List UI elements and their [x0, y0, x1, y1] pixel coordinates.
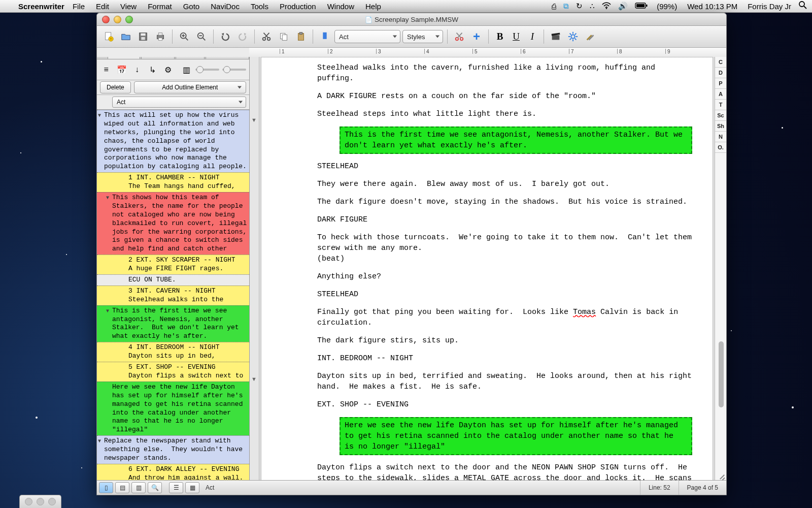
- zoom-out-icon[interactable]: [194, 29, 209, 44]
- add-outline-element-button[interactable]: Add Outline Element: [134, 81, 246, 93]
- menu-navidoc[interactable]: NaviDoc: [211, 2, 240, 11]
- add-note-icon[interactable]: +: [469, 29, 484, 44]
- menu-file[interactable]: File: [73, 2, 85, 11]
- outline-item[interactable]: 5 EXT. SHOP -- EVENING Dayton flips a sw…: [97, 362, 249, 382]
- zoom-button[interactable]: [125, 16, 133, 23]
- outline-item[interactable]: ▼This shows how this team of Stalkers, t…: [97, 192, 249, 255]
- slate-icon[interactable]: [548, 29, 563, 44]
- vertical-scrollbar[interactable]: [717, 128, 726, 470]
- strip-sc[interactable]: Sc: [715, 110, 726, 121]
- script-note[interactable]: Here we see the new life Dayton has set …: [340, 417, 692, 455]
- gear-icon[interactable]: [565, 29, 581, 44]
- bg-minimize-button[interactable]: [37, 498, 44, 505]
- save-icon[interactable]: [136, 29, 151, 44]
- background-window-lights[interactable]: [19, 495, 61, 508]
- view-mode-5[interactable]: ☰: [169, 482, 183, 493]
- strip-a[interactable]: A: [715, 89, 726, 100]
- view-mode-1[interactable]: ▯: [99, 482, 113, 493]
- cut-icon[interactable]: [259, 29, 274, 44]
- print-icon[interactable]: [153, 29, 168, 44]
- wifi-icon[interactable]: [602, 2, 611, 11]
- disclosure-triangle-icon[interactable]: ▼: [98, 112, 101, 119]
- outline-level-select[interactable]: Act: [112, 97, 246, 108]
- outline-calendar-icon[interactable]: 📅: [115, 63, 127, 76]
- strip-d[interactable]: D: [715, 68, 726, 78]
- open-icon[interactable]: [118, 29, 133, 44]
- resize-corner-icon[interactable]: [718, 472, 725, 480]
- paste-icon[interactable]: [293, 29, 309, 44]
- script-page[interactable]: Steelhead walks into the cavern, furnish…: [261, 57, 713, 481]
- view-mode-6[interactable]: ▦: [185, 482, 199, 493]
- user-menu[interactable]: Forris Day Jr: [748, 2, 791, 11]
- menu-goto[interactable]: Goto: [183, 2, 200, 11]
- styles-select[interactable]: Styles: [402, 30, 443, 43]
- battery-icon[interactable]: [635, 2, 648, 11]
- clock[interactable]: Wed 10:13 PM: [687, 2, 737, 11]
- outline-item[interactable]: Here we see the new life Dayton has set …: [97, 382, 249, 435]
- bg-close-button[interactable]: [25, 498, 32, 505]
- bold-button[interactable]: B: [493, 30, 507, 43]
- outline-slider-2[interactable]: [222, 69, 246, 71]
- outline-gear-icon[interactable]: ⚙: [162, 63, 174, 76]
- tab-scenes[interactable]: Scenes: [141, 57, 175, 59]
- underline-button[interactable]: U: [509, 30, 523, 43]
- bookmark-icon[interactable]: [317, 29, 332, 44]
- outline-item[interactable]: 3 INT. CAVERN -- NIGHT Steelhead walks i…: [97, 285, 249, 305]
- outline-indent-icon[interactable]: ≡: [100, 63, 112, 76]
- menu-production[interactable]: Production: [280, 2, 316, 11]
- outline-list[interactable]: ▼This act will set up how the virus wipe…: [97, 110, 249, 481]
- outline-item[interactable]: ▼This is the first time we see antagonis…: [97, 305, 249, 342]
- outline-item[interactable]: 2 EXT. SKY SCRAPER -- NIGHT A huge FIRE …: [97, 255, 249, 274]
- tab-notes[interactable]: Notes: [176, 57, 205, 59]
- app-menu[interactable]: Screenwriter: [18, 2, 64, 11]
- view-mode-2[interactable]: ▤: [115, 482, 129, 493]
- outline-item[interactable]: ECU ON TUBE.: [97, 274, 249, 285]
- delete-button[interactable]: Delete: [100, 81, 131, 93]
- outline-right-icon[interactable]: ↳: [146, 63, 158, 76]
- spotlight-icon[interactable]: [798, 1, 807, 12]
- menu-edit[interactable]: Edit: [96, 2, 109, 11]
- redo-icon[interactable]: [235, 29, 250, 44]
- dropbox-icon[interactable]: ⧉: [563, 2, 569, 11]
- view-mode-3[interactable]: ▥: [131, 482, 146, 493]
- outline-down-icon[interactable]: ↓: [131, 63, 143, 76]
- outline-slider-1[interactable]: [195, 69, 219, 71]
- battery-percent[interactable]: (99%): [657, 2, 677, 11]
- collapse-marker-icon[interactable]: ▼: [251, 117, 257, 123]
- new-doc-icon[interactable]: +: [101, 29, 116, 44]
- cut2-icon[interactable]: [452, 29, 467, 44]
- view-mode-4[interactable]: 🔍: [148, 482, 162, 493]
- disclosure-triangle-icon[interactable]: ▼: [106, 308, 109, 314]
- italic-button[interactable]: I: [525, 30, 539, 43]
- menu-help[interactable]: Help: [365, 2, 381, 11]
- outline-item[interactable]: 1 INT. CHAMBER -- NIGHT The Team hangs h…: [97, 172, 249, 192]
- strip-p[interactable]: P: [715, 78, 726, 89]
- menu-window[interactable]: Window: [327, 2, 354, 11]
- bluetooth-icon[interactable]: ∴: [590, 2, 595, 11]
- volume-icon[interactable]: 🔊: [618, 2, 628, 11]
- minimize-button[interactable]: [114, 16, 121, 23]
- outline-item[interactable]: ▼Replace the newspaper stand with someth…: [97, 435, 249, 464]
- menu-tools[interactable]: Tools: [251, 2, 268, 11]
- tab-bookmarks[interactable]: Bookmarks: [206, 57, 249, 59]
- undo-icon[interactable]: [218, 29, 233, 44]
- titlebar[interactable]: 📄Screenplay Sample.MMSW: [97, 13, 726, 26]
- copy-icon[interactable]: [276, 29, 291, 44]
- menu-format[interactable]: Format: [148, 2, 172, 11]
- strip-t[interactable]: T: [715, 100, 726, 110]
- outline-item[interactable]: 4 INT. BEDROOM -- NIGHT Dayton sits up i…: [97, 342, 249, 362]
- script-note[interactable]: This is the first time we see antagonist…: [340, 126, 692, 154]
- zoom-in-icon[interactable]: [177, 29, 192, 44]
- menuextra-icon[interactable]: ⎙: [552, 2, 556, 11]
- outline-columns-icon[interactable]: ▥: [180, 63, 192, 76]
- outline-item[interactable]: ▼This act will set up how the virus wipe…: [97, 110, 249, 172]
- disclosure-triangle-icon[interactable]: ▼: [98, 438, 101, 444]
- element-select[interactable]: Act: [334, 30, 400, 43]
- collapse-marker-icon[interactable]: ▼: [251, 376, 257, 382]
- menu-view[interactable]: View: [120, 2, 137, 11]
- timemachine-icon[interactable]: ↻: [576, 2, 583, 11]
- bg-zoom-button[interactable]: [48, 498, 56, 505]
- tab-outline[interactable]: Outline: [108, 57, 140, 59]
- close-button[interactable]: [102, 16, 110, 23]
- scroll-thumb[interactable]: [719, 341, 724, 407]
